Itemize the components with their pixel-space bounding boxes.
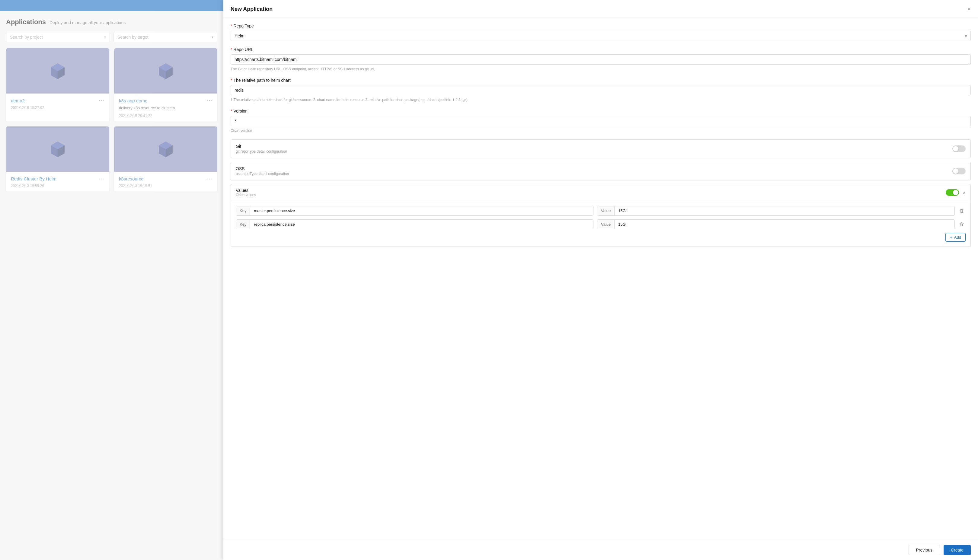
key-value-row-2: Key Value 🗑 [236, 219, 966, 229]
git-section-header[interactable]: Git git repoType detail configuration [231, 140, 970, 158]
value-label-1: Value [597, 206, 614, 215]
key-field-2: Key [236, 219, 593, 229]
key-label-1: Key [236, 206, 250, 215]
repo-type-select-wrapper: Helm Git OSS ▾ [230, 31, 971, 41]
required-star: * [230, 78, 232, 83]
required-star: * [230, 47, 232, 52]
version-input[interactable] [230, 116, 971, 126]
value-field-1: Value [597, 206, 955, 216]
required-star: * [230, 108, 232, 113]
key-label-2: Key [236, 220, 250, 229]
values-section-subtitle: Chart values [236, 193, 256, 197]
value-label-2: Value [597, 220, 614, 229]
oss-section-header[interactable]: OSS oss repoType detail configuration [231, 162, 970, 180]
value-input-2[interactable] [614, 220, 955, 229]
oss-toggle[interactable] [952, 168, 966, 174]
close-button[interactable]: × [968, 6, 971, 12]
form-body: * Repo Type Helm Git OSS ▾ * Repo URL [224, 18, 978, 540]
version-section: * Version Chart version [230, 108, 971, 133]
version-label: * Version [230, 108, 971, 113]
repo-url-input[interactable] [230, 54, 971, 65]
value-field-2: Value [597, 219, 955, 229]
value-input-1[interactable] [614, 206, 955, 215]
panel-overlay [0, 0, 224, 560]
new-application-panel: New Application × * Repo Type Helm Git O… [224, 0, 978, 560]
form-footer: Previous Create [224, 540, 978, 560]
repo-url-label: * Repo URL [230, 47, 971, 52]
required-star: * [230, 23, 232, 28]
key-value-row-1: Key Value 🗑 [236, 206, 966, 216]
oss-section: OSS oss repoType detail configuration [230, 162, 971, 180]
git-toggle[interactable] [952, 145, 966, 152]
key-input-1[interactable] [250, 206, 593, 215]
helm-path-section: * The relative path to helm chart 1.The … [230, 78, 971, 103]
oss-section-info: OSS oss repoType detail configuration [236, 166, 289, 176]
helm-path-input[interactable] [230, 85, 971, 95]
previous-button[interactable]: Previous [909, 545, 940, 555]
git-section: Git git repoType detail configuration [230, 139, 971, 158]
oss-section-title: OSS [236, 166, 289, 171]
repo-type-select[interactable]: Helm Git OSS [230, 31, 971, 41]
form-title: New Application [230, 6, 272, 12]
values-section-controls: ∧ [946, 189, 966, 196]
git-section-info: Git git repoType detail configuration [236, 144, 287, 153]
values-section: Values Chart values ∧ Key [230, 184, 971, 247]
add-button-label: Add [954, 235, 961, 240]
version-hint: Chart version [230, 128, 971, 133]
repo-url-hint: The Git or Helm repository URL, OSS endp… [230, 67, 971, 72]
git-section-subtitle: git repoType detail configuration [236, 149, 287, 153]
values-chevron-icon[interactable]: ∧ [963, 190, 966, 195]
git-section-title: Git [236, 144, 287, 149]
helm-path-label: * The relative path to helm chart [230, 78, 971, 83]
repo-type-section: * Repo Type Helm Git OSS ▾ [230, 23, 971, 41]
create-button[interactable]: Create [944, 545, 971, 555]
oss-section-subtitle: oss repoType detail configuration [236, 172, 289, 176]
values-section-title: Values [236, 188, 256, 193]
add-value-button[interactable]: + Add [945, 233, 966, 242]
values-body: Key Value 🗑 Key [231, 201, 970, 247]
delete-row-1-button[interactable]: 🗑 [958, 207, 966, 215]
values-section-info: Values Chart values [236, 188, 256, 197]
helm-path-hint: 1.The relative path to helm chart for gi… [230, 97, 971, 103]
form-header: New Application × [224, 0, 978, 18]
key-input-2[interactable] [250, 220, 593, 229]
key-field-1: Key [236, 206, 593, 216]
plus-icon: + [950, 235, 952, 240]
repo-type-label: * Repo Type [230, 23, 971, 28]
values-section-header: Values Chart values ∧ [231, 184, 970, 201]
repo-url-section: * Repo URL The Git or Helm repository UR… [230, 47, 971, 72]
delete-row-2-button[interactable]: 🗑 [958, 220, 966, 228]
values-toggle[interactable] [946, 189, 959, 196]
